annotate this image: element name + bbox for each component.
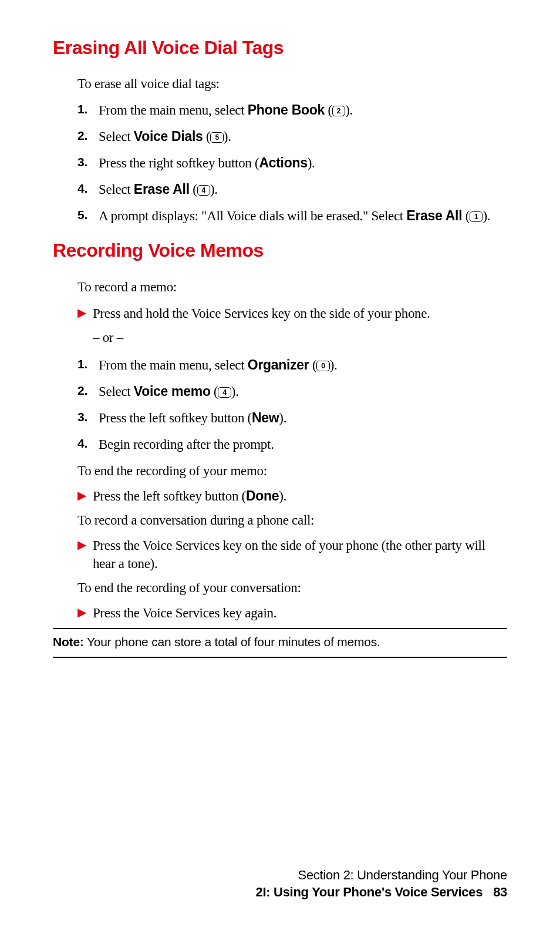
- step-number: 5.: [77, 207, 99, 225]
- bullet-text: Press the Voice Services key on the side…: [93, 536, 507, 573]
- list-item: ▶ Press the Voice Services key again.: [77, 604, 507, 622]
- step-row: 2. Select Voice Dials (5).: [77, 127, 507, 146]
- step-row: 1. From the main menu, select Organizer …: [77, 356, 507, 374]
- para-record-conversation: To record a conversation during a phone …: [77, 511, 507, 529]
- bullet-list: ▶ Press and hold the Voice Services key …: [77, 304, 507, 322]
- keycap-icon: 4: [197, 185, 210, 196]
- footer-chapter-line: 2I: Using Your Phone's Voice Services83: [256, 883, 507, 901]
- bullet-text: Press the left softkey button (Done).: [93, 487, 507, 505]
- intro-recording: To record a memo:: [77, 278, 507, 296]
- arrow-icon: ▶: [77, 487, 93, 505]
- step-text: Select Voice Dials (5).: [99, 127, 507, 146]
- bullet-text: Press and hold the Voice Services key on…: [93, 304, 507, 322]
- step-number: 4.: [77, 180, 99, 199]
- para-end-memo: To end the recording of your memo:: [77, 462, 507, 480]
- page-footer: Section 2: Understanding Your Phone 2I: …: [256, 866, 507, 901]
- step-number: 3.: [77, 154, 99, 172]
- step-number: 1.: [77, 101, 99, 119]
- or-divider: – or –: [93, 328, 507, 347]
- arrow-icon: ▶: [77, 604, 93, 622]
- step-row: 5. A prompt displays: "All Voice dials w…: [77, 207, 507, 225]
- step-text: From the main menu, select Organizer (0)…: [99, 356, 507, 374]
- step-row: 4. Begin recording after the prompt.: [77, 435, 507, 453]
- step-text: Press the right softkey button (Actions)…: [99, 154, 507, 172]
- step-number: 4.: [77, 435, 99, 453]
- arrow-icon: ▶: [77, 536, 93, 573]
- list-item: ▶ Press and hold the Voice Services key …: [77, 304, 507, 322]
- heading-recording: Recording Voice Memos: [53, 238, 507, 263]
- steps-erasing: 1. From the main menu, select Phone Book…: [77, 101, 507, 225]
- step-number: 2.: [77, 382, 99, 401]
- keycap-icon: 0: [316, 361, 329, 371]
- step-text: A prompt displays: "All Voice dials will…: [99, 207, 507, 225]
- step-text: From the main menu, select Phone Book (2…: [99, 101, 507, 119]
- intro-erasing: To erase all voice dial tags:: [77, 75, 507, 93]
- keycap-icon: 5: [210, 132, 223, 143]
- keycap-icon: 2: [332, 106, 345, 116]
- keycap-icon: 4: [218, 387, 231, 398]
- bullet-list: ▶ Press the left softkey button (Done).: [77, 487, 507, 505]
- list-item: ▶ Press the Voice Services key on the si…: [77, 536, 507, 573]
- bullet-list: ▶ Press the Voice Services key on the si…: [77, 536, 507, 573]
- heading-erasing: Erasing All Voice Dial Tags: [53, 35, 507, 61]
- bullet-list: ▶ Press the Voice Services key again.: [77, 604, 507, 622]
- list-item: ▶ Press the left softkey button (Done).: [77, 487, 507, 505]
- footer-section-line: Section 2: Understanding Your Phone: [256, 866, 507, 884]
- step-row: 3. Press the right softkey button (Actio…: [77, 154, 507, 172]
- step-row: 4. Select Erase All (4).: [77, 180, 507, 199]
- note-label: Note:: [53, 635, 84, 649]
- step-number: 3.: [77, 409, 99, 427]
- step-number: 2.: [77, 127, 99, 146]
- step-text: Press the left softkey button (New).: [99, 409, 507, 427]
- note-box: Note: Your phone can store a total of fo…: [53, 628, 507, 657]
- step-row: 3. Press the left softkey button (New).: [77, 409, 507, 427]
- para-end-conversation: To end the recording of your conversatio…: [77, 579, 507, 597]
- bullet-text: Press the Voice Services key again.: [93, 604, 507, 622]
- step-row: 1. From the main menu, select Phone Book…: [77, 101, 507, 119]
- page-number: 83: [493, 885, 507, 899]
- keycap-icon: 1: [470, 211, 483, 222]
- step-row: 2. Select Voice memo (4).: [77, 382, 507, 401]
- note-text: Your phone can store a total of four min…: [84, 635, 380, 649]
- steps-recording: 1. From the main menu, select Organizer …: [77, 356, 507, 453]
- arrow-icon: ▶: [77, 304, 93, 322]
- step-text: Select Erase All (4).: [99, 180, 507, 199]
- step-text: Select Voice memo (4).: [99, 382, 507, 401]
- step-text: Begin recording after the prompt.: [99, 435, 507, 453]
- step-number: 1.: [77, 356, 99, 374]
